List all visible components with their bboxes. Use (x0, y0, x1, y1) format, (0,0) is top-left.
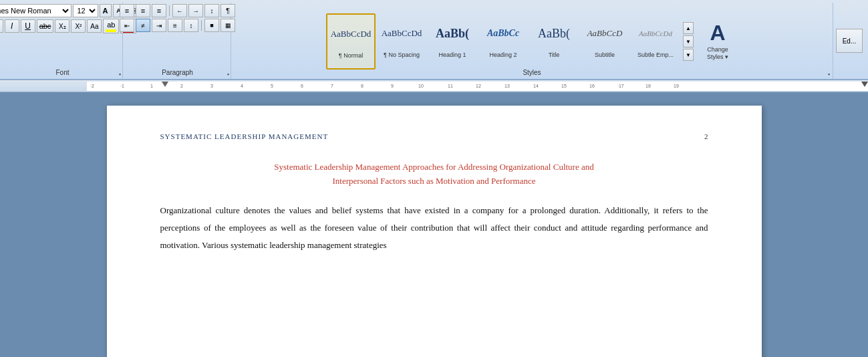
align-center-btn[interactable]: ≠ (136, 19, 150, 32)
shading-btn[interactable]: ■ (204, 19, 219, 32)
style-title[interactable]: AaBb( Title (529, 13, 579, 70)
change-case-btn[interactable]: Aa (87, 19, 102, 33)
ruler: ·2 ·1 1 2 3 4 5 6 7 8 9 10 11 12 13 14 1… (0, 80, 868, 92)
font-group-expand[interactable]: ▪ (119, 71, 121, 78)
style-subtle-emphasis[interactable]: AaBbCcDd Subtle Emp... (631, 13, 680, 70)
superscript-btn[interactable]: X² (71, 19, 86, 33)
styles-scroll: ▲ ▼ ▼ (683, 22, 694, 61)
font-group-label: Font (55, 69, 69, 76)
paragraph-group: ≡ ≡ ≡ ← → ↕ ¶ ⇤ ≠ ⇥ ≡ ↕ ■ ▦ Paragraph ▪ (124, 3, 231, 79)
page-number: 2 (704, 132, 708, 140)
styles-group: AaBbCcDd ¶ Normal AaBbCcDd ¶ No Spacing … (233, 3, 831, 79)
document-page[interactable]: SYSTEMATIC LEADERSHIP MANAGEMENT 2 Syste… (107, 106, 762, 357)
doc-body[interactable]: Organizational culture denotes the value… (160, 202, 708, 254)
editing-btn[interactable]: Ed... (836, 29, 863, 53)
font-group: Times New Roman 12 A A ⌫ B I U abc X₂ X²… (3, 3, 123, 79)
body-paragraph: Organizational culture denotes the value… (160, 202, 708, 254)
style-no-spacing[interactable]: AaBbCcDd ¶ No Spacing (377, 13, 426, 70)
numbering-btn[interactable]: ≡ (136, 4, 150, 17)
font-family-select[interactable]: Times New Roman (0, 4, 71, 17)
underline-btn[interactable]: U (21, 19, 35, 33)
align-left-btn[interactable]: ⇤ (120, 19, 134, 32)
change-styles-icon: A (710, 22, 725, 43)
multilevel-btn[interactable]: ≡ (152, 4, 166, 17)
doc-area: SYSTEMATIC LEADERSHIP MANAGEMENT 2 Syste… (0, 92, 868, 357)
title-line2: Interpersonal Factors such as Motivation… (160, 174, 708, 189)
styles-grid: AaBbCcDd ¶ Normal AaBbCcDd ¶ No Spacing … (326, 12, 680, 71)
change-styles-btn[interactable]: A ChangeStyles ▾ (698, 13, 738, 70)
font-size-select[interactable]: 12 (73, 4, 98, 17)
style-heading2[interactable]: AaBbCc Heading 2 (478, 13, 528, 70)
doc-title: Systematic Leadership Management Approac… (160, 160, 708, 189)
styles-scroll-down[interactable]: ▼ (683, 35, 694, 47)
bold-btn[interactable]: B (0, 19, 3, 33)
decrease-indent-btn[interactable]: ← (172, 4, 187, 17)
title-line1: Systematic Leadership Management Approac… (160, 160, 708, 174)
page-header: SYSTEMATIC LEADERSHIP MANAGEMENT 2 (160, 132, 708, 140)
subscript-btn[interactable]: X₂ (55, 19, 69, 33)
increase-indent-btn[interactable]: → (188, 4, 203, 17)
bullets-btn[interactable]: ≡ (120, 4, 134, 17)
styles-group-label: Styles (523, 69, 541, 76)
line-spacing-btn[interactable]: ↕ (184, 19, 198, 32)
strikethrough-btn[interactable]: abc (37, 19, 54, 33)
sort-btn[interactable]: ↕ (204, 4, 219, 17)
ruler-inner: ·2 ·1 1 2 3 4 5 6 7 8 9 10 11 12 13 14 1… (87, 82, 868, 91)
style-subtitle[interactable]: AaBbCcD Subtitle (580, 13, 629, 70)
change-styles-label: ChangeStyles ▾ (707, 46, 728, 61)
header-title: SYSTEMATIC LEADERSHIP MANAGEMENT (160, 132, 329, 140)
align-right-btn[interactable]: ⇥ (152, 19, 166, 32)
highlight-btn[interactable]: ab (103, 19, 119, 33)
style-heading1[interactable]: AaBb( Heading 1 (428, 13, 477, 70)
paragraph-group-label: Paragraph (162, 69, 193, 76)
italic-btn[interactable]: I (5, 19, 19, 33)
justify-btn[interactable]: ≡ (168, 19, 182, 32)
paragraph-group-expand[interactable]: ▪ (227, 71, 229, 78)
ribbon: Times New Roman 12 A A ⌫ B I U abc X₂ X²… (0, 0, 868, 80)
styles-group-expand[interactable]: ▪ (828, 71, 830, 78)
increase-font-btn[interactable]: A (100, 4, 112, 17)
style-normal[interactable]: AaBbCcDd ¶ Normal (326, 13, 376, 70)
styles-more[interactable]: ▼ (683, 49, 694, 61)
styles-scroll-up[interactable]: ▲ (683, 22, 694, 34)
